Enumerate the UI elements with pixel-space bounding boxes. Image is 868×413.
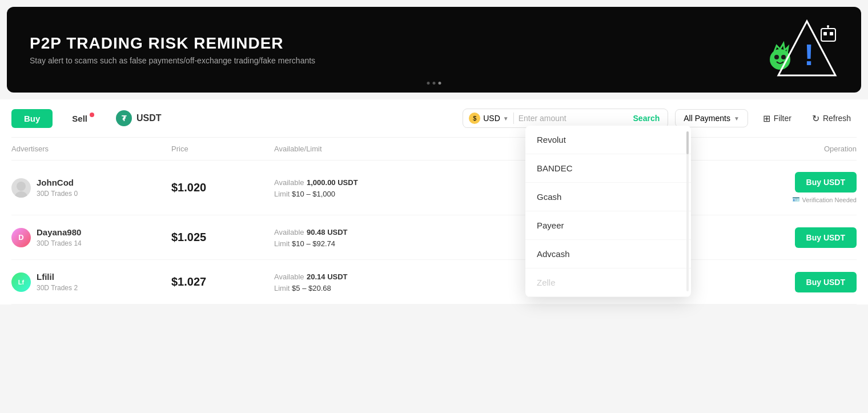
svg-rect-5 [821,29,835,41]
svg-point-1 [774,55,779,59]
toolbar: Buy Sell ₮ USDT $ USD ▼ Search All Payme… [11,99,857,138]
buy-usdt-button-johncod[interactable]: Buy USDT [795,172,857,193]
risk-banner: P2P TRADING RISK REMINDER Stay alert to … [7,7,861,93]
banner-subtitle: Stay alert to scams such as false paymen… [30,56,315,65]
filter-button[interactable]: ⊞ Filter [755,109,799,128]
action-col-lfilil: Buy USDT [765,272,857,292]
trades-info: 30D Trades 14 [37,239,82,247]
trades-info: 30D Trades 2 [37,284,78,292]
dropdown-item-zelle[interactable]: Zelle [525,268,691,297]
avatar: D [11,228,31,247]
avatar [11,178,31,198]
payments-chevron-icon: ▼ [734,115,740,122]
buy-tab-button[interactable]: Buy [11,109,53,128]
advertiser-lfilil: Lf Lfilil 30D Trades 2 [11,272,171,292]
price-lfilil: $1.027 [171,275,274,288]
dropdown-item-gcash[interactable]: Gcash [525,183,691,211]
advertiser-name: Dayana980 [37,227,82,237]
avatar: Lf [11,272,31,292]
sell-tab-button[interactable]: Sell [59,109,100,128]
banner-title: P2P TRADING RISK REMINDER [30,34,315,53]
advertiser-avatar-wrap: JohnCod 30D Trades 0 [11,178,171,198]
svg-rect-6 [823,32,827,35]
dropdown-item-payeer[interactable]: Payeer [525,211,691,240]
currency-chevron-icon: ▼ [503,115,509,122]
banner-icons: ! [764,18,838,81]
currency-label: USD [483,114,500,123]
search-divider [513,113,514,124]
action-col-johncod: Buy USDT 🪪 Verification Needed [765,172,857,203]
header-price: Price [171,145,274,153]
svg-rect-7 [830,32,833,35]
table-header: Advertisers Price Available/Limit Paymen… [11,138,857,161]
search-button[interactable]: Search [631,114,662,123]
payments-dropdown: Revolut BANDEC Gcash Payeer Advcash Zell… [525,126,691,297]
search-bar: $ USD ▼ Search [463,109,668,128]
coin-name-label: USDT [136,113,162,123]
banner-text-block: P2P TRADING RISK REMINDER Stay alert to … [30,34,315,65]
table-row: JohnCod 30D Trades 0 $1.020 Available 1,… [11,161,857,215]
price-dayana980: $1.025 [171,231,274,244]
trades-info: 30D Trades 0 [37,190,78,198]
header-operation: Operation [765,145,857,153]
advertiser-name: Lfilil [37,272,78,282]
table-row: D Dayana980 30D Trades 14 $1.025 Availab… [11,215,857,260]
advertiser-name: JohnCod [37,178,78,187]
scrollbar-thumb [686,131,689,154]
price-johncod: $1.020 [171,181,274,194]
amount-input[interactable] [519,114,626,123]
dropdown-item-revolut[interactable]: Revolut [525,126,691,154]
svg-text:!: ! [804,38,814,71]
buy-usdt-button-dayana980[interactable]: Buy USDT [795,227,857,248]
all-payments-label: All Payments [684,114,730,123]
action-col-dayana980: Buy USDT [765,227,857,248]
filter-icon: ⊞ [763,113,770,124]
verification-badge: 🪪 Verification Needed [792,196,857,203]
usdt-icon: ₮ [116,110,132,126]
refresh-button[interactable]: ↻ Refresh [806,109,857,128]
warning-triangle-icon: ! [764,18,838,81]
svg-point-2 [781,55,786,59]
advertiser-dayana980: D Dayana980 30D Trades 14 [11,227,171,247]
table-row: Lf Lfilil 30D Trades 2 $1.027 Available … [11,260,857,304]
dropdown-item-advcash[interactable]: Advcash [525,240,691,268]
currency-selector[interactable]: $ USD ▼ [469,113,508,124]
buy-usdt-button-lfilil[interactable]: Buy USDT [795,272,857,292]
header-advertisers: Advertisers [11,145,171,153]
scrollbar-track [686,131,689,291]
banner-dots [427,82,441,85]
refresh-icon: ↻ [812,113,819,124]
dropdown-item-bandec[interactable]: BANDEC [525,154,691,183]
coin-selector[interactable]: ₮ USDT [116,110,162,126]
usd-icon: $ [469,113,480,124]
svg-point-9 [827,25,829,27]
sell-notification-dot [90,113,94,117]
advertiser-johncod: JohnCod 30D Trades 0 [11,178,171,198]
main-content: Buy Sell ₮ USDT $ USD ▼ Search All Payme… [0,99,868,304]
verification-icon: 🪪 [792,196,800,203]
payments-filter-dropdown[interactable]: All Payments ▼ [675,109,748,127]
svg-point-11 [14,191,28,198]
svg-point-10 [17,182,26,191]
